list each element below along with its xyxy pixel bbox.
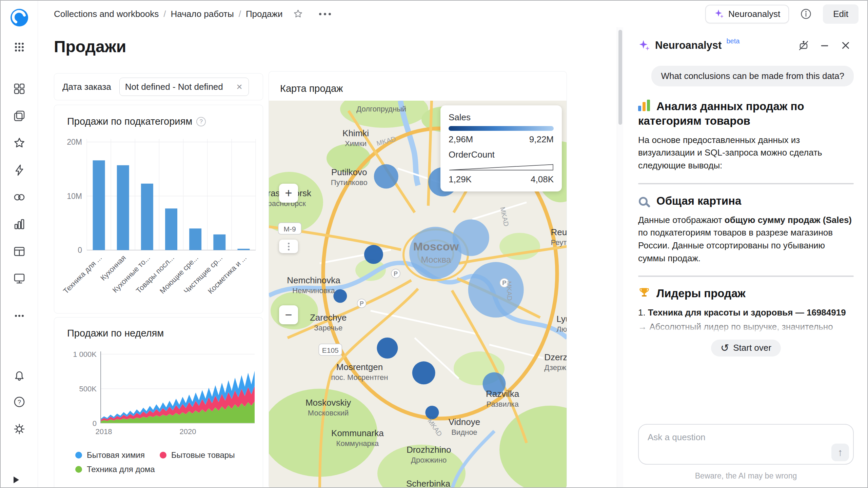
map-canvas[interactable]: PPPMKADMKADMKADMKADM-9E105ДолгопрудныйKh… bbox=[269, 101, 567, 488]
legend-item[interactable]: Бытовые товары bbox=[160, 450, 235, 460]
ordercount-max-value: 4,08K bbox=[531, 174, 554, 185]
bar[interactable] bbox=[93, 160, 105, 250]
bar[interactable] bbox=[213, 235, 225, 250]
send-button[interactable]: ↑ bbox=[831, 444, 849, 461]
map-drag-handle[interactable] bbox=[279, 240, 298, 253]
legend-label: Техника для дома bbox=[87, 465, 155, 474]
start-over-button[interactable]: ↺ Start over bbox=[711, 340, 781, 357]
assistant-message: Анализ данных продаж по категориям товар… bbox=[638, 90, 854, 333]
auto-insights-off-icon bbox=[797, 39, 810, 52]
zoom-in-button[interactable]: + bbox=[279, 184, 298, 203]
road-badge: E105 bbox=[319, 344, 342, 355]
map-place-label: Moscow bbox=[413, 240, 459, 253]
zoom-out-button[interactable]: − bbox=[279, 305, 298, 324]
breadcrumb-current[interactable]: Продажи bbox=[246, 9, 283, 19]
sidebar-item-settings[interactable] bbox=[1, 418, 38, 440]
bar[interactable] bbox=[189, 228, 201, 250]
map-bubble[interactable] bbox=[468, 262, 524, 318]
vertical-scrollbar[interactable] bbox=[617, 27, 623, 487]
ai-disclaimer: Beware, the AI may be wrong bbox=[638, 471, 854, 481]
chart-help-icon[interactable]: ? bbox=[196, 117, 206, 126]
bar[interactable] bbox=[165, 208, 177, 250]
chart-title: Продажи по неделям bbox=[67, 328, 164, 339]
sidebar-item-dashboards[interactable] bbox=[1, 78, 38, 100]
legend-item[interactable]: Бытовая химия bbox=[75, 450, 145, 460]
star-icon bbox=[293, 8, 303, 19]
sidebar-item-presentations[interactable] bbox=[1, 268, 38, 289]
legend-item[interactable]: Техника для дома bbox=[75, 465, 155, 474]
date-filter-select[interactable]: Not defined - Not defined × bbox=[119, 78, 249, 96]
sidebar-item-help[interactable]: ? bbox=[1, 391, 38, 413]
gear-icon bbox=[13, 422, 26, 436]
date-filter-value: Not defined - Not defined bbox=[125, 82, 223, 92]
neuroanalyst-title: Neuroanalyst bbox=[655, 39, 722, 52]
y-axis-tick: 10M bbox=[67, 192, 82, 201]
legend-label: Бытовые товары bbox=[171, 450, 235, 460]
neuroanalyst-open-button[interactable]: Neuroanalyst bbox=[705, 5, 789, 23]
magnifier-emoji bbox=[638, 194, 652, 206]
breadcrumb-separator: / bbox=[163, 9, 166, 19]
monitor-icon bbox=[13, 272, 26, 285]
question-input[interactable] bbox=[638, 424, 854, 465]
info-icon bbox=[800, 8, 812, 20]
map-place-label-ru: Дзержинс bbox=[544, 363, 567, 372]
breadcrumb-separator: / bbox=[239, 9, 241, 19]
top-header: Collections and workbooks / Начало работ… bbox=[38, 1, 867, 27]
datalens-logo[interactable] bbox=[1, 7, 38, 28]
star-icon bbox=[13, 136, 26, 150]
answer-heading-overview: Общая картина bbox=[638, 194, 854, 208]
divider bbox=[638, 183, 854, 184]
sidebar-item-favorites[interactable] bbox=[1, 132, 38, 154]
bar[interactable] bbox=[141, 184, 153, 250]
sidebar-item-tables[interactable] bbox=[1, 241, 38, 262]
ordercount-min-value: 1,29K bbox=[449, 174, 472, 185]
map-place-label-ru: Коммунарка bbox=[336, 439, 379, 448]
map-place-label-ru: Долгопрудный bbox=[356, 105, 406, 113]
map-bubble[interactable] bbox=[333, 289, 347, 303]
y-axis-tick: 20M bbox=[67, 138, 82, 146]
help-icon: ? bbox=[13, 395, 26, 409]
svg-text:E105: E105 bbox=[322, 346, 339, 354]
legend-dot bbox=[75, 466, 82, 473]
minimize-icon bbox=[820, 40, 830, 50]
sidebar-item-apps[interactable] bbox=[1, 36, 38, 58]
sidebar-collapse[interactable] bbox=[1, 469, 24, 488]
sidebar-item-collections[interactable] bbox=[1, 105, 38, 127]
datalens-logo-icon bbox=[10, 8, 29, 27]
bell-icon bbox=[13, 368, 26, 382]
sales-gradient-bar bbox=[449, 126, 554, 131]
edit-button[interactable]: Edit bbox=[823, 4, 859, 24]
breadcrumb-collections[interactable]: Collections and workbooks bbox=[54, 9, 159, 19]
clear-filter-icon[interactable]: × bbox=[236, 82, 243, 92]
breadcrumb-more-button[interactable] bbox=[316, 9, 334, 19]
sidebar-item-charts[interactable] bbox=[1, 214, 38, 235]
close-button[interactable] bbox=[837, 37, 854, 54]
sales-map-card: Карта продаж bbox=[269, 71, 567, 488]
sidebar-item-quick-actions[interactable] bbox=[1, 159, 38, 181]
page-title: Продажи bbox=[54, 37, 126, 56]
map-bubble[interactable] bbox=[364, 245, 383, 264]
map-place-label-ru: Немчиновка bbox=[292, 286, 335, 295]
info-button[interactable] bbox=[798, 6, 814, 22]
sidebar-item-notifications[interactable] bbox=[1, 364, 38, 386]
bar[interactable] bbox=[117, 165, 129, 250]
map-bubble[interactable] bbox=[374, 164, 398, 189]
apps-grid-icon bbox=[13, 40, 26, 54]
auto-insights-off-button[interactable] bbox=[795, 37, 812, 54]
map-place-label: Vidnoye bbox=[449, 417, 480, 427]
breadcrumb-workbook[interactable]: Начало работы bbox=[171, 9, 234, 19]
sidebar-item-connections[interactable] bbox=[1, 186, 38, 208]
bar[interactable] bbox=[237, 249, 250, 250]
map-place-label: Zarechye bbox=[310, 312, 347, 323]
breadcrumb: Collections and workbooks / Начало работ… bbox=[54, 8, 334, 19]
favorite-star-button[interactable] bbox=[293, 8, 303, 19]
minimize-button[interactable] bbox=[816, 37, 833, 54]
sidebar-item-more[interactable] bbox=[1, 305, 38, 327]
scrollbar-thumb[interactable] bbox=[618, 30, 622, 125]
sales-min-value: 2,96M bbox=[449, 134, 473, 145]
map-place-label: Kommunarka bbox=[331, 428, 384, 438]
leader-list-subtext: → Абсолютный лидер по выручке, значитель… bbox=[638, 321, 854, 333]
map-bubble[interactable] bbox=[377, 338, 398, 359]
map-bubble[interactable] bbox=[412, 361, 435, 384]
x-axis-tick: 2018 bbox=[96, 427, 112, 436]
